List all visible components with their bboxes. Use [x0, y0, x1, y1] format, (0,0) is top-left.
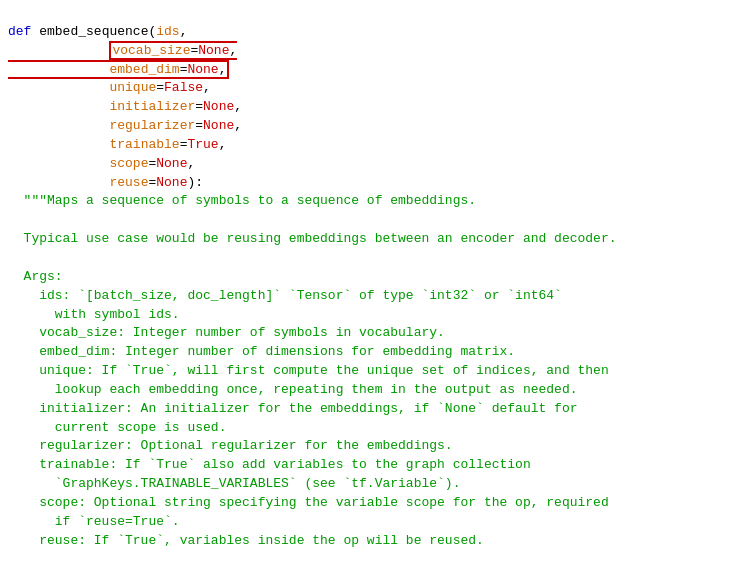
code-body: def embed_sequence(ids, vocab_size=None,… [0, 0, 741, 572]
code-line-1: def embed_sequence(ids, vocab_size=None,… [8, 23, 733, 551]
code-container: def embed_sequence(ids, vocab_size=None,… [0, 0, 741, 572]
